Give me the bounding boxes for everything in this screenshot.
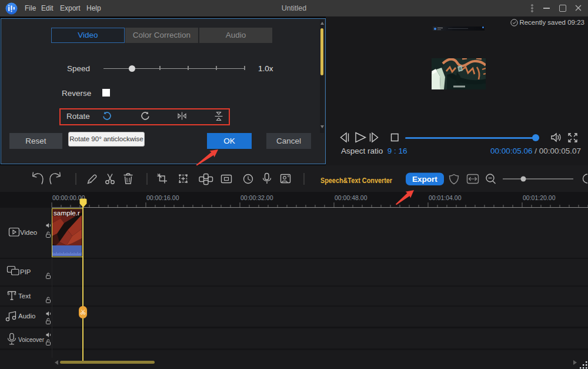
svg-text:sample.r: sample.r [54, 209, 80, 216]
svg-text:00:01:04.00: 00:01:04.00 [429, 194, 462, 201]
svg-text:00:00:32.00: 00:00:32.00 [240, 194, 273, 201]
svg-text:Export: Export [412, 175, 437, 184]
svg-text:PIP: PIP [20, 268, 31, 275]
svg-text:Text: Text [18, 292, 31, 300]
svg-text:Speech&Text Converter: Speech&Text Converter [320, 176, 393, 185]
svg-text:00:01:20.00: 00:01:20.00 [523, 194, 556, 201]
svg-text:00:00:16.00: 00:00:16.00 [146, 194, 179, 201]
svg-text:Audio: Audio [18, 313, 35, 320]
svg-text:Video: Video [20, 229, 37, 236]
svg-text:00:00:48.00: 00:00:48.00 [335, 194, 368, 201]
svg-text:Voiceover: Voiceover [18, 336, 44, 343]
